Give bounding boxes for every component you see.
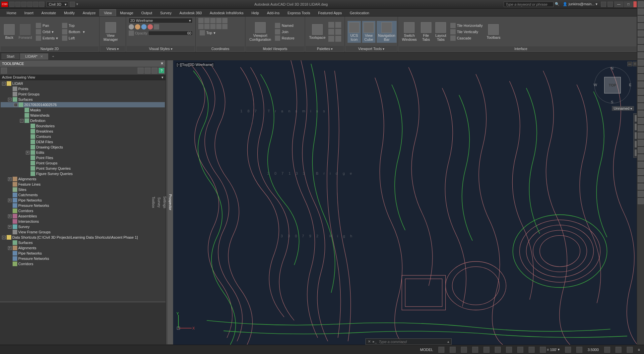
tree-node[interactable]: -Definition [1,118,165,123]
palette-icon-4[interactable] [335,29,341,35]
tile-vert-button[interactable]: Tile Vertically [449,29,484,35]
exchange-icon[interactable] [601,2,606,7]
viewport-config-button[interactable]: Viewport Configuration [248,21,272,43]
right-tool-icon-0[interactable] [638,1,644,7]
ucs-icon-10[interactable] [222,24,227,29]
qat-redo-icon[interactable] [33,2,38,7]
tree-node[interactable]: Catchments [1,192,165,198]
viewcube[interactable]: N S E W TOP Unnamed ▾ [594,67,631,103]
hardware-icon[interactable] [615,347,621,353]
right-tool-icon-25[interactable] [638,184,644,190]
named-button[interactable]: Named [274,23,296,29]
annotation-icon[interactable] [565,347,571,353]
ribbon-tab-add-ins[interactable]: Add-Ins [263,10,284,16]
ucs-icon-7[interactable] [204,24,210,29]
right-tool-icon-6[interactable] [638,45,644,51]
snap-icon[interactable] [450,347,456,353]
join-button[interactable]: Join [274,29,296,35]
switch-windows-button[interactable]: Switch Windows [401,21,418,43]
swatch2-icon[interactable] [135,24,140,29]
otrack-icon[interactable] [506,347,512,353]
restore-button[interactable]: Restore [274,35,296,41]
ucs-icon-9[interactable] [216,24,222,29]
opacity-icon[interactable] [129,30,134,36]
tree-node[interactable]: -2017092014002576 [1,102,165,107]
right-tool-icon-15[interactable] [638,111,644,117]
extents-button[interactable]: Extents ▾ [34,35,59,41]
right-tool-icon-10[interactable] [638,74,644,80]
grid-icon[interactable] [438,347,444,353]
file-tabs-button[interactable]: File Tabs [419,21,433,43]
search-icon[interactable]: 🔍 [555,2,559,6]
drawing-viewport[interactable]: 187 Transmiss 207133 Bridge 330792 High … [173,60,644,345]
navbar-button[interactable]: Navigation Bar [377,21,397,43]
status-coord[interactable]: 3.5000 [586,348,600,352]
tree-node[interactable]: +Pipe Networks [1,198,165,203]
right-tool-icon-4[interactable] [638,30,644,36]
tree-node[interactable]: Contours [1,134,165,139]
qat-save-icon[interactable] [21,2,27,7]
swatch1-icon[interactable] [129,24,134,29]
tree-node[interactable]: Points [1,86,165,91]
tree-node[interactable]: +Assemblies [1,213,165,219]
right-tool-icon-27[interactable] [638,198,644,204]
tree-node[interactable]: Point Survey Queries [1,166,165,171]
right-tool-icon-18[interactable] [638,133,644,139]
opacity-value[interactable]: 60 [148,31,193,35]
right-tool-icon-26[interactable] [638,191,644,197]
ribbon-tab-insert[interactable]: Insert [20,10,37,16]
tree-node[interactable]: +Alignments [1,176,165,182]
qat-share-icon[interactable] [70,2,75,7]
command-input[interactable] [379,340,445,344]
right-tool-icon-9[interactable] [638,67,644,73]
tree-node[interactable]: Watersheds [1,113,165,118]
isolate-icon[interactable] [604,347,610,353]
right-tool-icon-12[interactable] [638,89,644,95]
expand-icon[interactable]: + [8,199,12,202]
palette-icon-5[interactable] [328,36,334,42]
tree-node[interactable]: View Frame Groups [1,229,165,235]
toolspace-tab-settings[interactable]: Settings [162,60,167,345]
status-menu-icon[interactable]: ≡ [637,348,641,352]
status-model[interactable]: MODEL [419,348,434,352]
ribbon-tab-analyze[interactable]: Analyze [79,10,99,16]
qat-undo-icon[interactable] [27,2,32,7]
expand-icon[interactable]: + [8,225,12,229]
toolspace-tab-survey[interactable]: Survey [156,60,162,345]
ucs-icon-4[interactable] [216,18,222,23]
qat-open-icon[interactable] [15,2,21,7]
right-tool-icon-16[interactable] [638,118,644,124]
app-logo[interactable]: C3D [1,2,8,7]
tree-node[interactable]: -LIDAR [1,81,165,86]
palette-icon-1[interactable] [328,22,334,28]
collapse-icon[interactable]: - [2,236,6,239]
expand-icon[interactable]: + [8,214,12,218]
maximize-button[interactable]: □ [624,1,633,7]
layout-tabs-button[interactable]: Layout Tabs [434,21,448,43]
toolspace-tab-toolbox[interactable]: Toolbox [151,60,156,345]
right-tool-icon-20[interactable] [638,147,644,153]
file-tab[interactable]: Start [1,53,20,59]
ribbon-tab-view[interactable]: View [99,9,116,16]
palette-icon-3[interactable] [328,29,334,35]
tree-node[interactable]: Pressure Networks [1,256,165,261]
ts-tool-icon-1[interactable] [1,68,7,74]
compass-e[interactable]: E [629,83,631,87]
visual-style-combo[interactable]: 2D Wireframe [129,18,193,23]
ucs-icon-1[interactable] [198,18,204,23]
tile-horiz-button[interactable]: Tile Horizontally [449,23,484,29]
tree-node[interactable]: Breaklines [1,129,165,134]
help-icon[interactable] [608,2,613,7]
viewport-label[interactable]: [−][Top][2D Wireframe] [176,62,214,67]
tree-node[interactable]: DEM Files [1,139,165,145]
tree-node[interactable]: Drawing Objects [1,145,165,150]
swatch4-icon[interactable] [148,24,153,29]
right-tool-icon-24[interactable] [638,176,644,182]
osnap-icon[interactable] [483,347,489,353]
collapse-icon[interactable]: - [20,119,24,123]
lwt-icon[interactable] [517,347,523,353]
orbit-button[interactable]: Orbit ▾ [34,29,59,35]
ribbon-tab-output[interactable]: Output [137,10,156,16]
collapse-icon[interactable]: - [8,98,12,101]
viewcube-menu[interactable]: Unnamed ▾ [612,106,634,111]
